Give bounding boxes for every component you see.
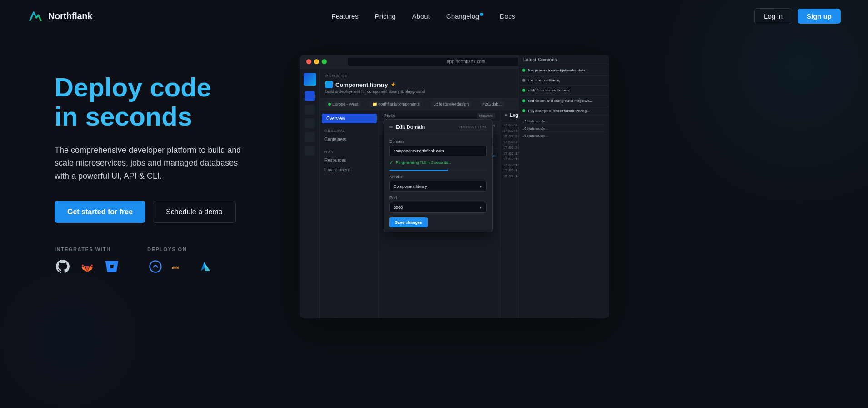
port-dropdown[interactable]: 3000 ▼: [389, 202, 487, 213]
edit-icon: ✏: [389, 125, 393, 130]
nav-about[interactable]: About: [412, 12, 430, 20]
nav-actions: Log in Sign up: [754, 8, 841, 24]
logo-text: Northflank: [48, 11, 92, 21]
deploys-label: Deploys on: [147, 247, 213, 252]
regen-bar: ✓ Re-generating TLS in 2 seconds...: [389, 160, 487, 165]
center-panel: Ports Network Public Name Protocol Port …: [379, 110, 500, 318]
save-changes-button[interactable]: Save changes: [389, 217, 428, 227]
left-nav-overview: Overview: [320, 114, 379, 127]
sidebar-avatar: [304, 73, 316, 86]
status-dot: [328, 103, 331, 106]
port-label: Port: [389, 196, 487, 200]
star-icon: ★: [391, 82, 395, 88]
integrates-with: Integrates with: [55, 247, 120, 275]
nav-changelog[interactable]: Changelog: [446, 12, 484, 20]
commits-panel: Latest Commits Merge branch redesign/ava…: [518, 110, 609, 318]
aws-icon: aws: [172, 258, 188, 275]
run-label: RUN: [320, 148, 379, 156]
nav-resources[interactable]: Resources: [320, 156, 379, 165]
edit-domain-modal: ✏ Edit Domain 01/02/2021 11:51 Domain co…: [384, 119, 493, 232]
login-button[interactable]: Log in: [754, 8, 792, 24]
sidebar-icon-activity: [305, 118, 315, 128]
nav-links: Features Pricing About Changelog Docs: [332, 12, 515, 20]
integrates-label: Integrates with: [55, 247, 120, 252]
branch-tag: ⎇ feature/redesign: [431, 101, 472, 107]
integrates-icons: [55, 258, 120, 275]
domain-input[interactable]: components.northflank.com: [389, 146, 487, 156]
window-close-dot: [306, 59, 311, 64]
commit-tag: #282dbb...: [480, 101, 505, 107]
hero-title: Deploy code in seconds: [55, 73, 273, 131]
regen-text: Re-generating TLS in 2 seconds...: [396, 161, 451, 165]
gcp-icon: [147, 258, 164, 275]
regen-progress-fill: [389, 170, 448, 171]
gitlab-icon: [79, 258, 95, 275]
hero-section: Deploy code in seconds The comprehensive…: [0, 32, 868, 318]
bitbucket-icon: [104, 258, 120, 275]
region-tag: Europe - West: [325, 101, 361, 107]
nav-overview[interactable]: Overview: [322, 114, 377, 123]
project-icon: [325, 81, 333, 88]
app-layout: PROJECT Component library ★ build & depl…: [300, 69, 609, 318]
branch-item: ⎇ features/slo...: [522, 125, 605, 132]
deploys-icons: aws: [147, 258, 213, 275]
network-button[interactable]: Network: [477, 113, 495, 119]
nav-environment[interactable]: Environment: [320, 165, 379, 175]
service-dropdown[interactable]: Component library ▼: [389, 181, 487, 192]
app-sidebar: [300, 69, 320, 318]
left-nav: Overview OBSERVE Containers RUN Resource…: [320, 110, 379, 318]
svg-text:aws: aws: [172, 265, 179, 270]
hero-buttons: Get started for free Schedule a demo: [55, 201, 273, 223]
modal-title: Edit Domain: [396, 124, 425, 130]
branch-item: ⎇ features/slo...: [522, 132, 605, 139]
nav-pricing[interactable]: Pricing: [375, 12, 396, 20]
modal-header: ✏ Edit Domain 01/02/2021 11:51: [384, 120, 492, 135]
window-maximize-dot: [322, 59, 327, 64]
nav-docs[interactable]: Docs: [499, 12, 515, 20]
deploys-on: Deploys on aws: [147, 247, 213, 275]
commit-item: only attempt to render function/string..…: [519, 110, 609, 116]
hero-screenshot: app.northflank.com PROJECT: [300, 55, 813, 318]
commit-msg: only attempt to render function/string..…: [528, 110, 590, 113]
sidebar-icon-settings: [305, 105, 315, 115]
nav-features[interactable]: Features: [332, 12, 359, 20]
ports-title: Ports: [384, 113, 395, 118]
integrations-section: Integrates with: [55, 247, 273, 275]
schedule-demo-button[interactable]: Schedule a demo: [153, 201, 236, 223]
app-screenshot: app.northflank.com PROJECT: [300, 55, 609, 318]
modal-body: Domain components.northflank.com ✓ Re-ge…: [384, 135, 492, 232]
sidebar-icon-more: [305, 146, 315, 156]
changelog-dot: [480, 13, 483, 16]
get-started-button[interactable]: Get started for free: [55, 201, 145, 223]
azure-icon: [196, 258, 213, 275]
hero-content: Deploy code in seconds The comprehensive…: [55, 59, 273, 275]
check-icon: ✓: [389, 160, 393, 165]
logo-link[interactable]: Northflank: [27, 8, 92, 24]
service-label: Service: [389, 175, 487, 179]
window-minimize-dot: [314, 59, 319, 64]
github-icon: [55, 258, 71, 275]
app-main-content: PROJECT Component library ★ build & depl…: [320, 69, 609, 318]
left-nav-run: RUN Resources Environment: [320, 148, 379, 178]
commit-dot: [522, 110, 525, 112]
nav-containers[interactable]: Containers: [320, 135, 379, 144]
sidebar-icon-home: [305, 91, 315, 101]
regen-progress: [389, 170, 487, 171]
panels-area: Overview OBSERVE Containers RUN Resource…: [320, 110, 609, 318]
navbar: Northflank Features Pricing About Change…: [0, 0, 868, 32]
logo-icon: [27, 8, 44, 24]
dropdown-arrow: ▼: [479, 185, 483, 189]
modal-timestamp: 01/02/2021 11:51: [459, 125, 487, 129]
repo-tag: 📁 northflank/components: [369, 101, 423, 107]
hero-subtitle: The comprehensive developer platform to …: [55, 144, 245, 183]
svg-point-0: [150, 261, 161, 272]
sidebar-icon-lock: [305, 132, 315, 142]
signup-button[interactable]: Sign up: [798, 9, 841, 24]
branch-item: ⎇ features/slo...: [522, 118, 605, 125]
observe-label: OBSERVE: [320, 127, 379, 135]
port-dropdown-arrow: ▼: [479, 206, 483, 210]
left-nav-observe: OBSERVE Containers: [320, 127, 379, 148]
domain-label: Domain: [389, 139, 487, 144]
logs-icon: ≡: [505, 113, 508, 118]
